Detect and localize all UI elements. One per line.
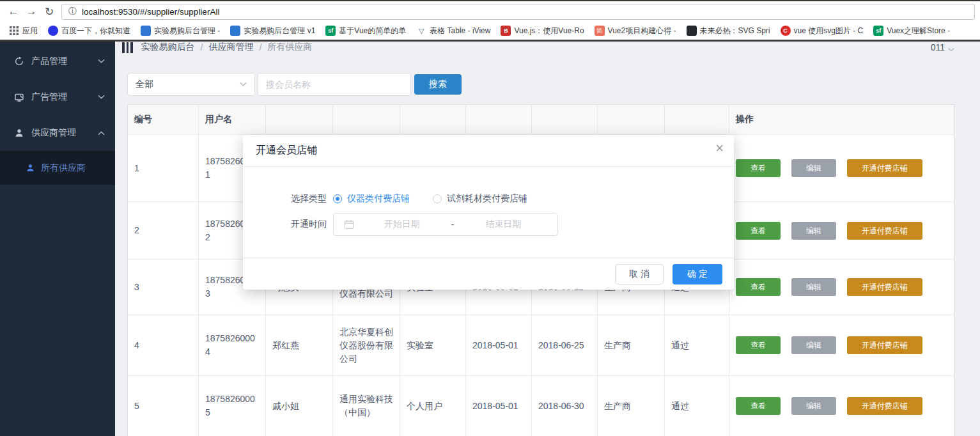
col-no: 编号 [128, 105, 199, 135]
cell-end-date: 2018-06-25 [532, 315, 598, 376]
jianshu-favicon: 简 [595, 26, 605, 36]
chevron-down-icon [98, 95, 105, 100]
site-favicon [141, 26, 151, 36]
open-paid-shop-button[interactable]: 开通付费店铺 [847, 159, 922, 177]
table-header-row: 编号 用户名 操作 [128, 105, 954, 135]
radio-checked-icon[interactable] [333, 194, 342, 203]
radio-option-reagent[interactable]: 试剂耗材类付费店铺 [433, 193, 527, 205]
bookmark-item[interactable]: sf 基于Vue的简单的单 [320, 24, 411, 38]
breadcrumb-separator: / [259, 42, 261, 52]
bookmark-apps[interactable]: 应用 [4, 24, 43, 38]
edit-button[interactable]: 编辑 [791, 397, 836, 415]
bookmark-item[interactable]: B Vue.js：使用Vue-Ro [495, 24, 589, 38]
radio-label[interactable]: 仪器类付费店铺 [347, 193, 410, 205]
cell-start-date: 2018-05-01 [466, 376, 532, 436]
open-paid-shop-button[interactable]: 开通付费店铺 [847, 336, 922, 354]
bookmark-label: 百度一下，你就知道 [61, 26, 130, 36]
sidebar-item-product-management[interactable]: 产品管理 [0, 43, 115, 79]
radio-label[interactable]: 试剂耗材类付费店铺 [447, 193, 527, 205]
table-row: 5 18758260005 戚小姐 通用实验科技（中国） 个人用户 2018-0… [128, 376, 954, 436]
user-name: 011 [931, 42, 945, 52]
bookmark-item[interactable]: 实验易购后台管理 v1 [225, 24, 320, 38]
open-paid-shop-button[interactable]: 开通付费店铺 [847, 397, 922, 415]
screen: ← → ↻ ⓘ localhost:9530/#/supplier/suppli… [0, 0, 980, 436]
col-hidden [532, 105, 598, 135]
cell-actions: 查看 编辑 开通付费店铺 [729, 260, 954, 315]
bookmark-item[interactable]: 百度一下，你就知道 [43, 24, 136, 38]
forward-icon[interactable]: → [23, 3, 40, 20]
cell-no: 4 [128, 315, 199, 376]
modal-header: 开通会员店铺 [243, 135, 734, 167]
bookmark-item[interactable]: 简 Vue2项目构建心得 - [589, 24, 681, 38]
address-bar[interactable]: ⓘ localhost:9530/#/supplier/supplierAll [61, 4, 975, 20]
site-favicon [230, 26, 240, 36]
confirm-button[interactable]: 确 定 [673, 264, 722, 284]
view-button[interactable]: 查看 [736, 397, 781, 415]
type-form-row: 选择类型 仪器类付费店铺 试剂耗材类付费店铺 [268, 187, 721, 210]
date-range-picker[interactable]: 开始日期 - 结束日期 [333, 213, 558, 236]
sidebar-item-supplier-management[interactable]: 供应商管理 [0, 115, 115, 151]
cell-end-date: 2018-06-30 [532, 376, 598, 436]
type-label: 选择类型 [268, 193, 327, 205]
search-button[interactable]: 搜索 [414, 74, 462, 95]
col-actions: 操作 [729, 105, 954, 135]
time-form-row: 开通时间 开始日期 - 结束日期 [268, 213, 721, 236]
collapse-menu-icon[interactable] [122, 42, 133, 53]
bookmark-item[interactable]: 未来必热：SVG Spri [681, 24, 775, 38]
back-icon[interactable]: ← [5, 3, 22, 20]
radio-unchecked-icon[interactable] [433, 194, 442, 203]
bookmark-item[interactable]: sf Vuex之理解Store - [868, 24, 955, 38]
bookmark-item[interactable]: C vue 使用svg图片 - C [775, 24, 869, 38]
edit-button[interactable]: 编辑 [791, 278, 836, 296]
sidebar-item-all-suppliers-active[interactable]: 所有供应商 [0, 151, 115, 185]
csdn-favicon: C [781, 26, 791, 36]
cell-role: 生产商 [598, 376, 665, 436]
member-search-input[interactable] [258, 73, 411, 96]
bookmark-item[interactable]: 实验易购后台管理 - [136, 24, 225, 38]
sidebar-item-label: 产品管理 [31, 56, 98, 67]
refresh-icon[interactable]: ↻ [41, 3, 58, 20]
breadcrumb-item[interactable]: 供应商管理 [208, 42, 253, 53]
end-date-placeholder[interactable]: 结束日期 [455, 219, 551, 230]
user-dropdown-chevron-icon [948, 47, 954, 52]
view-button[interactable]: 查看 [736, 159, 781, 177]
bookmark-label: 基于Vue的简单的单 [339, 26, 406, 36]
cell-user-type: 实验室 [400, 315, 466, 376]
cancel-button[interactable]: 取 消 [615, 264, 664, 284]
bookmark-label: 应用 [22, 26, 38, 36]
bookmark-item[interactable]: ▽ 表格 Table - iView [411, 24, 495, 38]
category-select[interactable]: 全部 [127, 73, 255, 96]
close-icon[interactable]: × [715, 141, 724, 155]
edit-button[interactable]: 编辑 [791, 159, 836, 177]
view-button[interactable]: 查看 [736, 222, 781, 240]
edit-button[interactable]: 编辑 [791, 336, 836, 354]
start-date-placeholder[interactable]: 开始日期 [354, 219, 450, 230]
topbar: 实验易购后台 / 供应商管理 / 所有供应商 011 [115, 42, 980, 53]
cell-role: 生产商 [598, 315, 665, 376]
filter-bar: 全部 搜索 [127, 73, 967, 96]
cell-status: 通过 [665, 376, 729, 436]
view-button[interactable]: 查看 [736, 278, 781, 296]
sidebar-item-ad-management[interactable]: 广告管理 [0, 79, 115, 115]
modal-title: 开通会员店铺 [256, 144, 317, 157]
url-text[interactable]: localhost:9530/#/supplier/supplierAll [82, 7, 219, 17]
bookmark-label: 实验易购后台管理 - [154, 26, 220, 36]
breadcrumb: 实验易购后台 / 供应商管理 / 所有供应商 [141, 42, 313, 53]
cell-username: 18758260005 [199, 376, 266, 436]
chevron-down-icon [98, 59, 105, 64]
user-menu[interactable]: 011 [931, 42, 954, 52]
view-button[interactable]: 查看 [736, 336, 781, 354]
open-paid-shop-button[interactable]: 开通付费店铺 [847, 278, 922, 296]
cell-name: 戚小姐 [266, 376, 333, 436]
date-separator: - [450, 219, 456, 230]
breadcrumb-item[interactable]: 实验易购后台 [141, 42, 195, 53]
cell-company: 通用实验科技（中国） [333, 376, 400, 436]
site-favicon [687, 26, 697, 36]
sidebar: 产品管理 广告管理 供应商管理 所有供应商 [0, 42, 115, 436]
edit-button[interactable]: 编辑 [791, 222, 836, 240]
radio-option-instrument[interactable]: 仪器类付费店铺 [333, 193, 410, 205]
col-hidden [333, 105, 400, 135]
open-paid-shop-button[interactable]: 开通付费店铺 [847, 222, 922, 240]
page-info-icon[interactable]: ⓘ [68, 6, 77, 17]
breadcrumb-separator: / [201, 42, 203, 52]
